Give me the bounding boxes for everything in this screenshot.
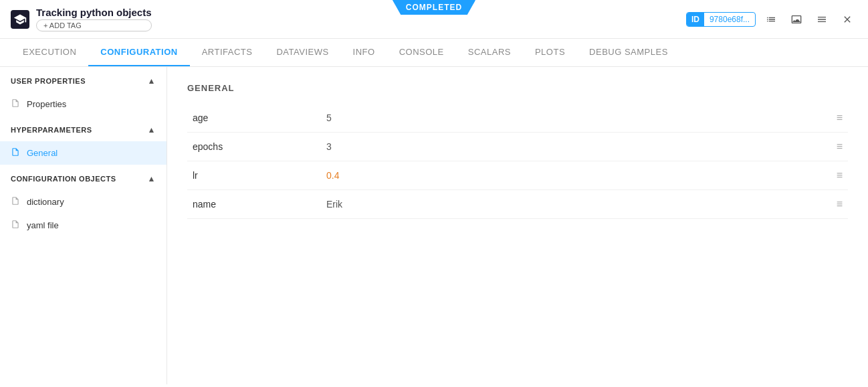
param-key-name: name (187, 190, 321, 219)
param-menu-lr[interactable]: ≡ (837, 169, 843, 181)
id-value: 9780e68f... (704, 13, 755, 26)
param-value-lr: 0.4 (321, 161, 821, 190)
sidebar-item-general[interactable]: General (0, 141, 167, 165)
header-right: ID 9780e68f... (686, 9, 857, 29)
status-banner: COMPLETED (393, 0, 475, 15)
app-icon (11, 10, 29, 29)
properties-label: Properties (27, 99, 66, 109)
params-table: age 5 ≡ epochs 3 ≡ lr 0.4 (187, 104, 848, 219)
general-label: General (27, 148, 58, 158)
table-row: age 5 ≡ (187, 104, 848, 133)
table-row: epochs 3 ≡ (187, 133, 848, 161)
param-actions-name[interactable]: ≡ (821, 190, 848, 219)
add-tag-button[interactable]: + ADD TAG (36, 19, 152, 31)
file-icon-dictionary (11, 196, 20, 208)
user-properties-chevron: ▲ (148, 76, 156, 86)
param-value-name: Erik (321, 190, 821, 219)
param-menu-epochs[interactable]: ≡ (837, 141, 843, 152)
configuration-objects-header[interactable]: CONFIGURATION OBJECTS ▲ (0, 165, 167, 190)
tab-debug-samples[interactable]: DEBUG SAMPLES (577, 39, 680, 66)
param-menu-age[interactable]: ≡ (837, 112, 843, 123)
menu-button[interactable] (812, 9, 832, 29)
param-value-age: 5 (321, 104, 821, 133)
param-key-epochs: epochs (187, 133, 321, 161)
page-title: Tracking python objects (36, 7, 152, 18)
content-area: GENERAL age 5 ≡ epochs 3 ≡ (167, 67, 868, 384)
configuration-objects-label: CONFIGURATION OBJECTS (11, 175, 116, 183)
title-area: Tracking python objects + ADD TAG (36, 7, 152, 31)
tab-bar: EXECUTION CONFIGURATION ARTIFACTS DATAVI… (0, 39, 868, 67)
sidebar-item-dictionary[interactable]: dictionary (0, 190, 167, 214)
hyperparameters-chevron: ▲ (148, 125, 156, 135)
sidebar: USER PROPERTIES ▲ Properties HYPERPARAME… (0, 67, 167, 384)
user-properties-label: USER PROPERTIES (11, 77, 86, 85)
tab-info[interactable]: INFO (341, 39, 387, 66)
user-properties-header[interactable]: USER PROPERTIES ▲ (0, 67, 167, 92)
dictionary-label: dictionary (27, 197, 64, 207)
image-view-button[interactable] (786, 9, 806, 29)
param-value-epochs: 3 (321, 133, 821, 161)
param-actions-age[interactable]: ≡ (821, 104, 848, 133)
header-left: Tracking python objects + ADD TAG (11, 7, 686, 31)
main-layout: USER PROPERTIES ▲ Properties HYPERPARAME… (0, 67, 868, 384)
tab-plots[interactable]: PLOTS (523, 39, 577, 66)
hyperparameters-label: HYPERPARAMETERS (11, 126, 92, 134)
table-row: name Erik ≡ (187, 190, 848, 219)
section-title: GENERAL (187, 83, 848, 93)
param-actions-lr[interactable]: ≡ (821, 161, 848, 190)
tab-console[interactable]: CONSOLE (387, 39, 456, 66)
file-icon-yaml (11, 220, 20, 231)
sidebar-item-properties[interactable]: Properties (0, 92, 167, 116)
tab-configuration[interactable]: CONFIGURATION (88, 39, 189, 66)
id-badge: ID 9780e68f... (686, 12, 756, 27)
file-icon-general (11, 147, 20, 159)
table-row: lr 0.4 ≡ (187, 161, 848, 190)
param-actions-epochs[interactable]: ≡ (821, 133, 848, 161)
tab-scalars[interactable]: SCALARS (456, 39, 523, 66)
param-key-age: age (187, 104, 321, 133)
param-key-lr: lr (187, 161, 321, 190)
close-button[interactable] (837, 9, 857, 29)
tab-execution[interactable]: EXECUTION (11, 39, 88, 66)
sidebar-item-yaml-file[interactable]: yaml file (0, 214, 167, 237)
yaml-file-label: yaml file (27, 220, 59, 230)
file-icon (11, 98, 20, 110)
list-view-button[interactable] (761, 9, 781, 29)
id-label: ID (687, 13, 704, 26)
tab-dataviews[interactable]: DATAVIEWS (264, 39, 340, 66)
tab-artifacts[interactable]: ARTIFACTS (190, 39, 265, 66)
param-menu-name[interactable]: ≡ (837, 198, 843, 210)
hyperparameters-header[interactable]: HYPERPARAMETERS ▲ (0, 116, 167, 141)
configuration-objects-chevron: ▲ (148, 174, 156, 183)
